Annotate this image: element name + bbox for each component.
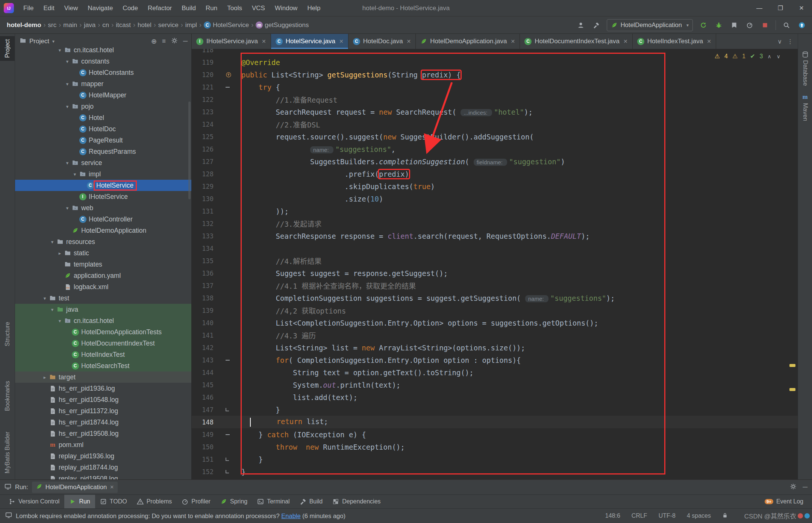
tree-item-target[interactable]: ▸target [15, 371, 191, 383]
tree-item-service[interactable]: ▾service [15, 157, 191, 168]
close-icon[interactable]: ✕ [707, 38, 711, 44]
code-line-140[interactable]: 140 List<CompletionSuggestion.Entry.Opti… [192, 317, 798, 329]
expand-arrow-icon[interactable]: ▾ [49, 239, 56, 245]
expand-arrow-icon[interactable]: ▾ [64, 160, 71, 166]
editor-tab-hoteldoc-java[interactable]: CHotelDoc.java✕ [348, 34, 416, 49]
code-line-151[interactable]: 151 } [192, 453, 798, 465]
breadcrumb-item-hotelservice[interactable]: CHotelService [204, 21, 249, 29]
expand-arrow-icon[interactable]: ▾ [49, 307, 56, 312]
menu-navigate[interactable]: Navigate [83, 0, 118, 17]
code-line-123[interactable]: 123 SearchRequest request = new SearchRe… [192, 106, 798, 118]
tree-item-replay_pid18744-log[interactable]: replay_pid18744.log [15, 462, 191, 473]
tree-item-hs_err_pid11372-log[interactable]: hs_err_pid11372.log [15, 405, 191, 417]
tree-item-cn-itcast-hotel[interactable]: ▾cn.itcast.hotel [15, 315, 191, 326]
menu-file[interactable]: File [18, 0, 38, 17]
tree-item-impl[interactable]: ▾impl [15, 168, 191, 180]
expand-arrow-icon[interactable]: ▸ [56, 250, 63, 256]
tree-item-hotelconstants[interactable]: CHotelConstants [15, 67, 191, 78]
code-line-133[interactable]: 133 SearchResponse response = client.sea… [192, 230, 798, 242]
caret-position[interactable]: 148:6 [605, 512, 620, 519]
editor-tab-ihotelservice-java[interactable]: IIHotelService.java✕ [192, 34, 271, 49]
editor-tab-hoteldemoapplication-java[interactable]: HotelDemoApplication.java✕ [416, 34, 520, 49]
warning-stripe-mark[interactable] [789, 364, 795, 367]
expand-arrow-icon[interactable]: ▾ [56, 318, 63, 324]
code-line-121[interactable]: 121 try { [192, 81, 798, 93]
toolwindow-button-spring[interactable]: Spring [215, 495, 252, 509]
code-line-120[interactable]: 120public List<String> getSuggestions(St… [192, 68, 798, 81]
gear-icon[interactable] [790, 483, 797, 491]
menu-run[interactable]: Run [201, 0, 222, 17]
file-encoding[interactable]: UTF-8 [659, 512, 676, 519]
fold-gutter-icon[interactable] [223, 87, 241, 88]
close-icon[interactable]: ✕ [110, 484, 114, 490]
breadcrumb-item-getsuggestions[interactable]: mgetSuggestions [256, 21, 309, 29]
hide-icon[interactable]: ─ [183, 38, 188, 45]
breadcrumb-item-impl[interactable]: impl [185, 21, 197, 29]
toolwindow-button-build[interactable]: Build [295, 495, 328, 509]
toolwindow-button-todo[interactable]: TODO [95, 495, 132, 509]
prev-problem-icon[interactable]: ∧ [768, 53, 772, 59]
tree-item-hoteldemoapplicationtests[interactable]: CHotelDemoApplicationTests [15, 326, 191, 338]
breadcrumb-item-src[interactable]: src [48, 21, 57, 29]
menu-tools[interactable]: Tools [222, 0, 247, 17]
toolwindow-button-problems[interactable]: Problems [132, 495, 177, 509]
code-line-119[interactable]: 119@Override [192, 56, 798, 68]
tree-item-hoteldoc[interactable]: CHotelDoc [15, 123, 191, 135]
tree-item-web[interactable]: ▾web [15, 202, 191, 214]
more-options-icon[interactable]: ⋮ [787, 38, 793, 45]
lock-icon[interactable] [722, 512, 728, 520]
close-icon[interactable]: ✕ [407, 38, 411, 44]
tree-item-replay_pid19508-log[interactable]: replay_pid19508.log [15, 473, 191, 479]
expand-arrow-icon[interactable]: ▾ [64, 205, 71, 211]
menu-edit[interactable]: Edit [38, 0, 59, 17]
hide-icon[interactable]: ─ [803, 483, 807, 491]
user-icon[interactable] [576, 20, 586, 30]
editor-tab-hotelservice-java[interactable]: CHotelService.java✕ [271, 34, 348, 49]
code-line-136[interactable]: 136 Suggest suggest = response.getSugges… [192, 267, 798, 279]
weak-warning-count[interactable]: 1 [742, 53, 745, 60]
debug-icon[interactable] [714, 20, 724, 30]
stripe-tab-mybatis-builder[interactable]: MyBatis Builder [0, 429, 15, 476]
breadcrumb-item-main[interactable]: main [63, 21, 77, 29]
updates-icon[interactable] [797, 20, 807, 30]
editor-tab-hotelindextest-java[interactable]: CHotelIndexTest.java✕ [633, 34, 716, 49]
fold-gutter-icon[interactable] [223, 434, 241, 435]
pass-count[interactable]: 3 [760, 53, 763, 60]
code-line-145[interactable]: 145 System.out.println(text); [192, 379, 798, 391]
code-editor[interactable]: 118119@Override120public List<String> ge… [192, 49, 798, 479]
code-line-141[interactable]: 141 //4.3 遍历 [192, 329, 798, 341]
code-line-147[interactable]: 147 } [192, 403, 798, 416]
tree-item-mapper[interactable]: ▾mapper [15, 78, 191, 89]
breadcrumb-item-itcast[interactable]: itcast [116, 21, 131, 29]
foldend-gutter-icon[interactable] [223, 408, 241, 411]
expand-arrow-icon[interactable]: ▾ [41, 296, 48, 301]
tree-item-hs_err_pid19508-log[interactable]: hs_err_pid19508.log [15, 428, 191, 439]
toolwindow-toggle-icon[interactable] [5, 512, 12, 520]
breadcrumb-item-hotel-demo[interactable]: hotel-demo [7, 21, 41, 29]
coverage-icon[interactable] [729, 20, 739, 30]
menu-code[interactable]: Code [118, 0, 143, 17]
code-line-130[interactable]: 130 .size(10) [192, 193, 798, 205]
hidden-tabs-icon[interactable]: ∨ [777, 38, 782, 45]
code-line-125[interactable]: 125 request.source().suggest(new Suggest… [192, 130, 798, 143]
stripe-tab-maven[interactable]: mMaven [798, 90, 812, 124]
code-line-122[interactable]: 122 //1.准备Request [192, 93, 798, 106]
code-line-152[interactable]: 152} [192, 465, 798, 478]
breadcrumb-item-cn[interactable]: cn [102, 21, 109, 29]
code-line-137[interactable]: 137 //4.1 根据补全查询名称，获取更全的结果 [192, 279, 798, 292]
tree-item-templates[interactable]: templates [15, 259, 191, 270]
tree-item-replay_pid1936-log[interactable]: replay_pid1936.log [15, 450, 191, 462]
code-line-150[interactable]: 150 throw new RuntimeException(); [192, 441, 798, 453]
toolwindow-button-terminal[interactable]: Terminal [252, 495, 294, 509]
tree-item-pojo[interactable]: ▾pojo [15, 101, 191, 112]
tree-item-requestparams[interactable]: CRequestParams [15, 146, 191, 157]
code-line-144[interactable]: 144 String text = option.getText().toStr… [192, 366, 798, 379]
stripe-tab-project[interactable]: Project [0, 36, 15, 61]
tree-item-hs_err_pid10548-log[interactable]: hs_err_pid10548.log [15, 394, 191, 405]
menu-window[interactable]: Window [270, 0, 302, 17]
toolwindow-button-version-control[interactable]: Version Control [4, 495, 64, 509]
menu-build[interactable]: Build [177, 0, 201, 17]
tree-item-hotelmapper[interactable]: CHotelMapper [15, 89, 191, 101]
toolwindow-button-run[interactable]: Run [64, 495, 95, 509]
tree-item-hs_err_pid1936-log[interactable]: hs_err_pid1936.log [15, 383, 191, 394]
